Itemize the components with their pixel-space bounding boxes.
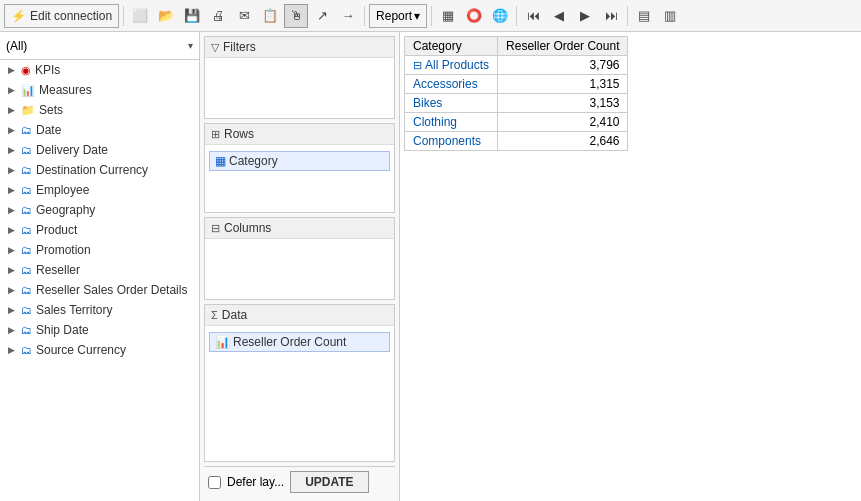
- dimension-icon: 🗂: [21, 304, 32, 316]
- chart-icon: ▦: [215, 154, 226, 168]
- tree-item-employee[interactable]: ▶ 🗂 Employee: [0, 180, 199, 200]
- tree-item-reseller[interactable]: ▶ 🗂 Reseller: [0, 260, 199, 280]
- expand-icon: ▶: [8, 185, 18, 195]
- table-row[interactable]: Accessories1,315: [405, 75, 628, 94]
- tree-item-geography[interactable]: ▶ 🗂 Geography: [0, 200, 199, 220]
- columns-section: ⊟ Columns: [204, 217, 395, 300]
- expand-icon: ▶: [8, 205, 18, 215]
- row-label[interactable]: Accessories: [413, 77, 478, 91]
- grid-button[interactable]: ▦: [436, 4, 460, 28]
- new-button[interactable]: ⬜: [128, 4, 152, 28]
- save-button[interactable]: 💾: [180, 4, 204, 28]
- data-body[interactable]: 📊 Reseller Order Count: [205, 326, 394, 461]
- expand-icon: ▶: [8, 105, 18, 115]
- clipboard-button[interactable]: 📋: [258, 4, 282, 28]
- filters-body[interactable]: [205, 58, 394, 118]
- dimension-tree: ▶ ◉ KPIs ▶ 📊 Measures ▶ 📁 Sets ▶ 🗂 Date …: [0, 60, 199, 501]
- lightning-icon: ⚡: [11, 9, 26, 23]
- separator-1: [123, 6, 124, 26]
- tree-item-source-currency[interactable]: ▶ 🗂 Source Currency: [0, 340, 199, 360]
- row-label[interactable]: Components: [413, 134, 481, 148]
- count-cell: 3,153: [498, 94, 628, 113]
- right-panel: Category Reseller Order Count ⊟ All Prod…: [400, 32, 861, 501]
- tree-item-destination-currency[interactable]: ▶ 🗂 Destination Currency: [0, 160, 199, 180]
- tree-item-ship-date[interactable]: ▶ 🗂 Ship Date: [0, 320, 199, 340]
- dimension-icon: 🗂: [21, 264, 32, 276]
- row-label[interactable]: All Products: [425, 58, 489, 72]
- data-grid: Category Reseller Order Count ⊟ All Prod…: [404, 36, 628, 151]
- filter-icon: ▽: [211, 41, 219, 54]
- count-cell: 2,646: [498, 132, 628, 151]
- dimension-icon: 🗂: [21, 144, 32, 156]
- left-panel: (All) ▾ ▶ ◉ KPIs ▶ 📊 Measures ▶ 📁 Sets ▶…: [0, 32, 200, 501]
- print-button[interactable]: 🖨: [206, 4, 230, 28]
- prev-button[interactable]: ◀: [547, 4, 571, 28]
- category-column-header: Category: [405, 37, 498, 56]
- dimension-dropdown[interactable]: (All) ▾: [0, 32, 199, 60]
- separator-4: [516, 6, 517, 26]
- rows-header: ⊞ Rows: [205, 124, 394, 145]
- table-row[interactable]: Clothing2,410: [405, 113, 628, 132]
- rows-icon: ⊞: [211, 128, 220, 141]
- row-label[interactable]: Clothing: [413, 115, 457, 129]
- table-row[interactable]: Components2,646: [405, 132, 628, 151]
- columns-body[interactable]: [205, 239, 394, 299]
- table-row[interactable]: ⊟ All Products3,796: [405, 56, 628, 75]
- dimension-icon: 🗂: [21, 224, 32, 236]
- expand-icon: ▶: [8, 325, 18, 335]
- dimension-icon: 🗂: [21, 204, 32, 216]
- dimension-icon: 🗂: [21, 244, 32, 256]
- tree-item-sets[interactable]: ▶ 📁 Sets: [0, 100, 199, 120]
- report-button[interactable]: Report ▾: [369, 4, 427, 28]
- update-button[interactable]: UPDATE: [290, 471, 368, 493]
- separator-3: [431, 6, 432, 26]
- open-button[interactable]: 📂: [154, 4, 178, 28]
- tree-item-reseller-sales-order-details[interactable]: ▶ 🗂 Reseller Sales Order Details: [0, 280, 199, 300]
- tree-item-date[interactable]: ▶ 🗂 Date: [0, 120, 199, 140]
- filters-section: ▽ Filters: [204, 36, 395, 119]
- row-label[interactable]: Bikes: [413, 96, 442, 110]
- extra-button[interactable]: ▥: [658, 4, 682, 28]
- count-cell: 2,410: [498, 113, 628, 132]
- data-chip[interactable]: 📊 Reseller Order Count: [209, 332, 390, 352]
- first-button[interactable]: ⏮: [521, 4, 545, 28]
- rows-chip[interactable]: ▦ Category: [209, 151, 390, 171]
- category-cell: ⊟ All Products: [405, 56, 498, 75]
- expand-icon: ▶: [8, 285, 18, 295]
- toolbar: ⚡ Edit connection ⬜ 📂 💾 🖨 ✉ 📋 🖱 ↗ → Repo…: [0, 0, 861, 32]
- measure-icon: 📊: [21, 84, 35, 97]
- table-row[interactable]: Bikes3,153: [405, 94, 628, 113]
- email-button[interactable]: ✉: [232, 4, 256, 28]
- tree-item-sales-territory[interactable]: ▶ 🗂 Sales Territory: [0, 300, 199, 320]
- defer-row: Defer lay... UPDATE: [204, 466, 395, 497]
- next-button[interactable]: ▶: [573, 4, 597, 28]
- count-cell: 1,315: [498, 75, 628, 94]
- category-cell: Bikes: [405, 94, 498, 113]
- defer-checkbox[interactable]: [208, 476, 221, 489]
- rows-body[interactable]: ▦ Category: [205, 145, 394, 212]
- tree-item-kpis[interactable]: ▶ ◉ KPIs: [0, 60, 199, 80]
- tree-item-delivery-date[interactable]: ▶ 🗂 Delivery Date: [0, 140, 199, 160]
- dimension-icon: 🗂: [21, 164, 32, 176]
- tree-item-product[interactable]: ▶ 🗂 Product: [0, 220, 199, 240]
- expand-icon[interactable]: ⊟: [413, 59, 425, 71]
- filters-header: ▽ Filters: [205, 37, 394, 58]
- tree-item-promotion[interactable]: ▶ 🗂 Promotion: [0, 240, 199, 260]
- tree-item-measures[interactable]: ▶ 📊 Measures: [0, 80, 199, 100]
- yellow-circle-button[interactable]: ⭕: [462, 4, 486, 28]
- export-button[interactable]: ↗: [310, 4, 334, 28]
- select-button[interactable]: 🖱: [284, 4, 308, 28]
- columns-header: ⊟ Columns: [205, 218, 394, 239]
- edit-connection-button[interactable]: ⚡ Edit connection: [4, 4, 119, 28]
- expand-icon: ▶: [8, 165, 18, 175]
- count-column-header: Reseller Order Count: [498, 37, 628, 56]
- last-button[interactable]: ⏭: [599, 4, 623, 28]
- data-header: Σ Data: [205, 305, 394, 326]
- kpi-icon: ◉: [21, 64, 31, 77]
- arrow-button[interactable]: →: [336, 4, 360, 28]
- columns-icon: ⊟: [211, 222, 220, 235]
- expand-icon: ▶: [8, 305, 18, 315]
- globe-button[interactable]: 🌐: [488, 4, 512, 28]
- sigma-icon: Σ: [211, 309, 218, 321]
- layout-button[interactable]: ▤: [632, 4, 656, 28]
